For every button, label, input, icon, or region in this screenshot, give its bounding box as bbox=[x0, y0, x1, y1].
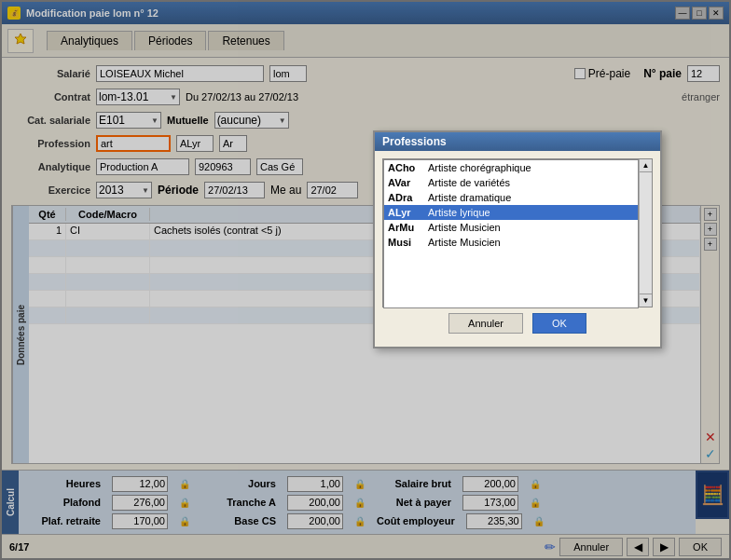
prof-name-acho: Artiste chorégraphique bbox=[428, 162, 531, 173]
prof-code-acho: ACho bbox=[388, 162, 421, 173]
prof-code-avar: AVar bbox=[388, 177, 421, 188]
prof-name-avar: Artiste de variétés bbox=[428, 177, 510, 188]
profession-item-avar[interactable]: AVar Artiste de variétés bbox=[384, 175, 638, 190]
list-scrollbar[interactable]: ▲ ▼ bbox=[639, 159, 652, 307]
prof-code-adra: ADra bbox=[388, 192, 421, 203]
modal-content: ACho Artiste chorégraphique AVar Artiste… bbox=[375, 151, 660, 347]
prof-code-musi: Musi bbox=[388, 237, 421, 248]
modal-title-text: Professions bbox=[382, 135, 447, 148]
prof-name-alyr: Artiste lyrique bbox=[428, 207, 490, 218]
profession-item-musi[interactable]: Musi Artiste Musicien bbox=[384, 235, 638, 250]
profession-list[interactable]: ACho Artiste chorégraphique AVar Artiste… bbox=[383, 159, 639, 308]
modal-ok-button[interactable]: OK bbox=[532, 313, 586, 334]
modal-title-bar: Professions bbox=[375, 132, 660, 151]
modal-buttons: Annuler OK bbox=[382, 307, 653, 339]
profession-item-adra[interactable]: ADra Artiste dramatique bbox=[384, 190, 638, 205]
prof-code-alyr: ALyr bbox=[388, 207, 421, 218]
prof-name-armu: Artiste Musicien bbox=[428, 222, 501, 233]
prof-name-adra: Artiste dramatique bbox=[428, 192, 511, 203]
profession-item-armu[interactable]: ArMu Artiste Musicien bbox=[384, 220, 638, 235]
professions-modal: Professions ACho Artiste chorégraphique … bbox=[373, 130, 662, 348]
profession-list-container: ACho Artiste chorégraphique AVar Artiste… bbox=[382, 158, 653, 307]
modal-cancel-button[interactable]: Annuler bbox=[448, 313, 523, 334]
scroll-up-button[interactable]: ▲ bbox=[640, 159, 652, 172]
scroll-down-button[interactable]: ▼ bbox=[640, 294, 652, 307]
modal-overlay: Professions ACho Artiste chorégraphique … bbox=[0, 0, 731, 560]
prof-name-musi: Artiste Musicien bbox=[428, 237, 501, 248]
profession-item-acho[interactable]: ACho Artiste chorégraphique bbox=[384, 160, 638, 175]
prof-code-armu: ArMu bbox=[388, 222, 421, 233]
profession-item-alyr[interactable]: ALyr Artiste lyrique bbox=[384, 205, 638, 220]
